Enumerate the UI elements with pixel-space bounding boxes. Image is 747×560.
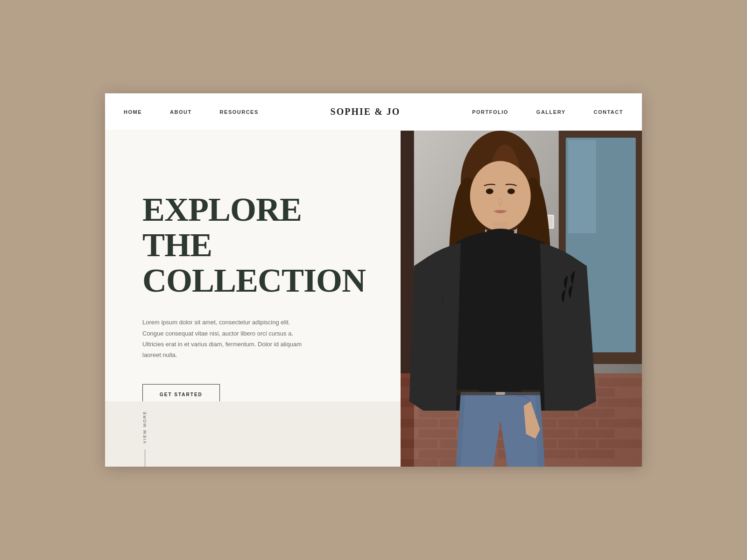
navigation: HOME ABOUT RESOURCES SOPHIE & JO PORTFOL… (105, 93, 642, 131)
browser-window: HOME ABOUT RESOURCES SOPHIE & JO PORTFOL… (105, 93, 642, 467)
nav-left: HOME ABOUT RESOURCES (124, 109, 259, 115)
svg-rect-36 (598, 419, 642, 427)
svg-rect-30 (577, 409, 614, 417)
svg-rect-53 (401, 459, 437, 467)
nav-item-contact[interactable]: CONTACT (594, 109, 623, 115)
hero-left-panel: EXPLORE THE COLLECTION Lorem ipsum dolor… (105, 131, 401, 467)
svg-rect-4 (568, 140, 596, 233)
nav-right: PORTFOLIO GALLERY CONTACT (472, 109, 623, 115)
svg-point-61 (507, 189, 514, 194)
view-more-line (145, 449, 145, 467)
svg-rect-31 (401, 419, 437, 427)
svg-rect-14 (598, 378, 642, 386)
nav-item-resources[interactable]: RESOURCES (220, 109, 259, 115)
svg-rect-47 (598, 440, 642, 448)
nav-item-gallery[interactable]: GALLERY (536, 109, 566, 115)
nav-item-home[interactable]: HOME (124, 109, 142, 115)
svg-rect-37 (418, 429, 456, 438)
hero-right-panel (401, 131, 642, 467)
svg-rect-25 (598, 399, 642, 407)
svg-rect-40 (537, 429, 575, 438)
svg-rect-42 (401, 440, 437, 448)
hero-image-svg (401, 131, 642, 467)
svg-point-60 (486, 189, 493, 194)
svg-rect-35 (558, 419, 596, 427)
svg-rect-41 (577, 429, 614, 438)
svg-rect-46 (558, 440, 596, 448)
hero-title: EXPLORE THE COLLECTION (142, 192, 363, 298)
nav-item-portfolio[interactable]: PORTFOLIO (472, 109, 508, 115)
nav-item-about[interactable]: ABOUT (170, 109, 192, 115)
svg-rect-52 (577, 450, 614, 458)
svg-point-59 (470, 161, 530, 231)
hero-description: Lorem ipsum dolor sit amet, consectetur … (142, 317, 310, 361)
bottom-strip: VIEW MORE (105, 401, 401, 467)
hero-image (401, 131, 642, 467)
view-more-container[interactable]: VIEW MORE (142, 411, 147, 467)
main-content: EXPLORE THE COLLECTION Lorem ipsum dolor… (105, 131, 642, 467)
svg-rect-48 (418, 450, 456, 458)
view-more-label: VIEW MORE (142, 411, 147, 444)
nav-brand[interactable]: SOPHIE & JO (331, 106, 401, 117)
